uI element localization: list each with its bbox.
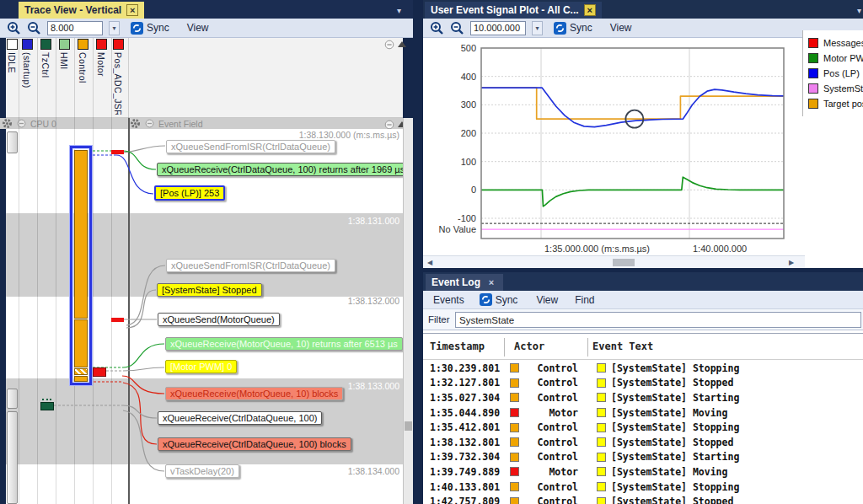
task-header-motor[interactable]: Motor — [96, 39, 109, 77]
event-label[interactable]: xQueueReceive(CtrlDataQueue, 100) return… — [157, 163, 410, 176]
gear-icon[interactable] — [2, 118, 13, 129]
time-marker: 1:38.134.000 — [348, 466, 399, 476]
idle-task-fragment[interactable] — [7, 411, 18, 504]
table-row[interactable]: 1:32.127.801Control[SystemState] Stopped — [423, 376, 863, 391]
tab-event-log[interactable]: Event Log × — [426, 274, 503, 291]
event-label-selected[interactable]: [Pos (LP)] 253 — [154, 185, 225, 201]
scroll-right-icon[interactable]: ▶ — [785, 256, 798, 269]
table-row[interactable]: 1:42.757.809Control[SystemState] Stopped — [423, 494, 863, 504]
event-color-swatch — [597, 453, 606, 462]
legend-item[interactable]: SystemState — [808, 81, 863, 96]
scrollbar-thumb[interactable] — [405, 421, 412, 431]
table-row[interactable]: 1:39.749.889Motor[SystemState] Moving — [423, 464, 863, 480]
event-label[interactable]: xQueueReceive(MotorQueue, 10) returns af… — [165, 337, 403, 351]
lane-divider — [93, 118, 94, 504]
tab-trace-view[interactable]: Trace View - Vertical × — [19, 2, 144, 19]
column-separator — [587, 338, 588, 357]
tzctrl-task-bar[interactable] — [40, 402, 54, 410]
legend-color-swatch — [808, 68, 818, 78]
legend-item[interactable]: Messages — [808, 35, 863, 51]
event-label[interactable]: xQueueReceive(CtrlDataQueue, 100) blocks — [158, 437, 351, 451]
actor-color-swatch — [510, 467, 519, 476]
zoom-out-icon[interactable] — [27, 21, 41, 35]
event-label[interactable]: xQueueReceive(MotorQueue, 10) blocks — [165, 387, 343, 400]
task-header-control[interactable]: Control — [78, 39, 90, 83]
actor-color-swatch — [510, 482, 519, 491]
event-label[interactable]: xQueueSendFromISR(CtrlDataQueue) — [166, 259, 335, 272]
scroll-up-icon[interactable] — [397, 40, 407, 50]
zoom-level-input[interactable] — [47, 21, 103, 35]
svg-text:No Value: No Value — [439, 224, 476, 234]
collapse-minus-icon[interactable] — [145, 119, 154, 128]
control-task-bar[interactable] — [74, 150, 88, 319]
legend-item[interactable]: Target pos. — [808, 96, 863, 111]
events-menu[interactable]: Events — [433, 294, 464, 306]
cpu-label: CPU 0 — [30, 119, 56, 129]
control-task-bar[interactable] — [74, 376, 88, 382]
find-menu[interactable]: Find — [575, 294, 594, 306]
event-label[interactable]: [SystemState] Stopped — [157, 283, 262, 297]
close-icon[interactable]: × — [485, 276, 497, 288]
isr-event-tick[interactable] — [111, 318, 124, 322]
task-header-pos-adc-jsr[interactable]: Pos_ADC_JSR — [113, 39, 126, 115]
plot-horizontal-scrollbar[interactable]: ◀ ▶ — [423, 255, 805, 268]
event-label[interactable]: vTaskDelay(20) — [165, 464, 239, 478]
actor-color-swatch — [510, 363, 519, 373]
col-actor[interactable]: Actor — [514, 340, 544, 352]
trace-vertical-scrollbar[interactable] — [403, 118, 413, 504]
close-icon[interactable]: × — [126, 4, 138, 16]
table-row[interactable]: 1:35.027.304Control[SystemState] Startin… — [423, 390, 863, 405]
filter-input[interactable] — [455, 312, 861, 328]
task-header-idle[interactable]: IDLE — [7, 39, 19, 73]
view-menu[interactable]: View — [187, 22, 209, 34]
lane-divider — [37, 118, 38, 504]
table-row[interactable]: 1:35.044.890Motor[SystemState] Moving — [423, 405, 863, 421]
event-label[interactable]: xQueueSend(MotorQueue) — [158, 313, 280, 326]
table-row[interactable]: 1:38.132.801Control[SystemState] Stopped — [423, 435, 863, 450]
motor-task-bar[interactable] — [93, 367, 106, 377]
lane-divider — [128, 38, 129, 118]
collapse-minus-icon[interactable] — [384, 40, 394, 50]
event-color-swatch — [597, 467, 606, 476]
trace-tabbar: Trace View - Vertical × ▾ — [0, 0, 413, 19]
actor-color-swatch — [510, 408, 519, 417]
lane-divider — [56, 38, 56, 118]
zoom-dropdown-caret-icon[interactable]: ▾ — [109, 21, 120, 35]
idle-task-fragment[interactable] — [7, 131, 18, 153]
table-row[interactable]: 1:30.239.801Control[SystemState] Stoppin… — [423, 361, 863, 376]
col-timestamp[interactable]: Timestamp — [430, 340, 485, 352]
scrollbar-thumb[interactable] — [613, 259, 635, 266]
event-label[interactable]: xQueueSendFromISR(CtrlDataQueue) — [166, 140, 335, 153]
event-field-section-header[interactable]: Event Field — [128, 118, 403, 129]
col-event-text[interactable]: Event Text — [592, 340, 653, 352]
zoom-in-icon[interactable] — [7, 21, 21, 35]
event-label[interactable]: xQueueReceive(CtrlDataQueue, 100) — [158, 411, 322, 425]
signal-plot-chart[interactable]: 5004003002001000-100No Value1:35.000.000… — [423, 0, 863, 268]
scroll-left-icon[interactable]: ◀ — [423, 256, 437, 269]
legend-color-swatch — [808, 83, 818, 94]
log-menubar: Events Sync View Find — [423, 291, 863, 309]
table-row[interactable]: 1:35.412.801Control[SystemState] Stoppin… — [423, 420, 863, 435]
panel-menu-caret-icon[interactable]: ▾ — [397, 6, 401, 15]
control-task-readied-bar[interactable] — [74, 368, 88, 375]
event-label[interactable]: [Motor PWM] 0 — [165, 360, 237, 373]
time-marker: 1:38.130.000 (m:s.ms.µs) — [299, 130, 399, 140]
sync-button[interactable]: Sync — [131, 22, 169, 35]
column-separator — [504, 338, 505, 357]
task-header-tzctrl[interactable]: TzCtrl — [40, 39, 53, 78]
legend-item[interactable]: Motor PWM — [808, 51, 863, 66]
sync-button[interactable]: Sync — [480, 293, 518, 306]
task-header-hmi[interactable]: HMI — [59, 39, 72, 69]
isr-event-tick[interactable] — [111, 150, 124, 154]
control-task-bar[interactable] — [74, 319, 88, 367]
gear-icon[interactable] — [130, 118, 141, 129]
table-row[interactable]: 1:40.133.801Control[SystemState] Stoppin… — [423, 480, 863, 495]
table-row[interactable]: 1:39.732.304Control[SystemState] Startin… — [423, 450, 863, 465]
sync-icon — [480, 293, 492, 306]
idle-task-fragment[interactable] — [7, 389, 18, 409]
view-menu[interactable]: View — [536, 294, 558, 306]
lane-divider — [93, 38, 94, 118]
task-header-startup[interactable]: (startup) — [22, 39, 35, 88]
event-color-swatch — [597, 363, 606, 373]
legend-item[interactable]: Pos (LP) — [808, 66, 863, 81]
